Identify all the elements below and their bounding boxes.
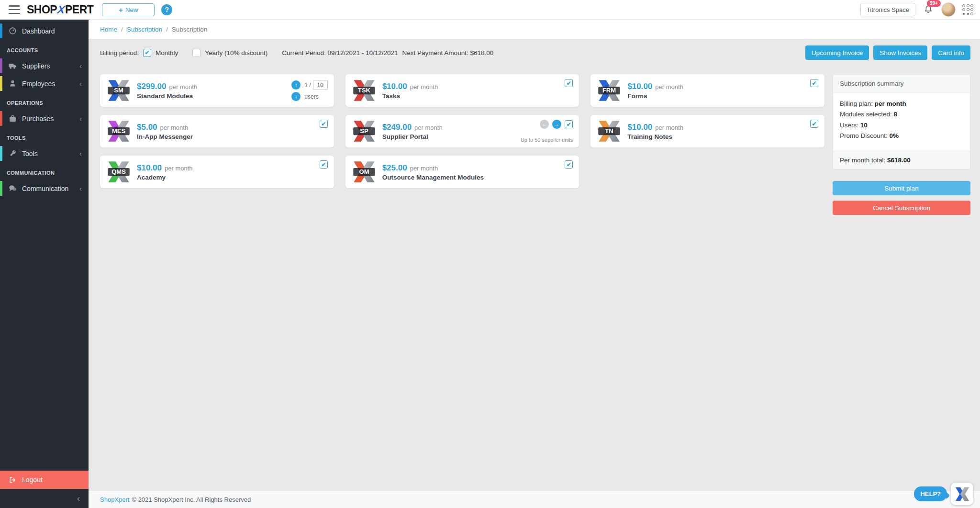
module-checkbox[interactable]: ✔ [565, 160, 573, 169]
hamburger-menu-icon[interactable] [9, 5, 20, 14]
module-period: per month [165, 165, 193, 172]
users-stepper: ↑ 1 / ↓ users [291, 80, 327, 101]
module-checkbox[interactable]: ✔ [565, 79, 573, 87]
card-info-button[interactable]: Card info [932, 45, 970, 60]
workspace-button[interactable]: Titronics Space [860, 3, 915, 16]
module-checkbox[interactable]: ✔ [810, 79, 818, 87]
footer-brand-link[interactable]: ShopXpert [100, 496, 129, 503]
accent-bar [0, 23, 2, 38]
module-name: In-App Messenger [137, 133, 193, 140]
sidebar-item-label: Dashboard [22, 27, 55, 35]
users-unit-label: users [304, 93, 327, 100]
decrease-users-button[interactable]: ↓ [291, 92, 301, 101]
summary-body: Billing plan: per month Modules selected… [833, 93, 970, 151]
module-price: $10.00 [627, 82, 652, 91]
module-period: per month [410, 165, 438, 172]
chat-icon [9, 184, 17, 192]
collapse-chevron-icon: ‹ [77, 494, 80, 504]
sidebar-item-purchases[interactable]: Purchases ‹ [0, 110, 89, 127]
main-area: Home / Subscription / Subscription Billi… [89, 20, 980, 508]
total-value: $618.00 [887, 157, 911, 164]
module-card-forms: FRM $10.00per month Forms ✔ [590, 74, 824, 107]
summary-row-modules: Modules selected: 8 [840, 109, 963, 120]
module-price: $10.00 [137, 163, 162, 173]
module-name: Training Notes [627, 133, 683, 140]
accent-bar [0, 76, 2, 91]
user-avatar[interactable] [941, 2, 956, 17]
dashboard-icon [9, 27, 17, 35]
logo-text-1: SHOP [27, 3, 57, 16]
monthly-checkbox[interactable]: ✔ [143, 49, 151, 57]
svg-text:SM: SM [114, 87, 123, 94]
sidebar-item-communication[interactable]: Communication ‹ [0, 180, 89, 197]
chevron-left-icon: ‹ [79, 79, 82, 88]
sidebar-item-tools[interactable]: Tools ‹ [0, 145, 89, 162]
prev-tier-button[interactable]: ← [540, 120, 549, 129]
module-checkbox[interactable]: ✔ [565, 120, 573, 128]
module-card-tasks: TSK $10.00per month Tasks ✔ [345, 74, 579, 107]
module-period: per month [655, 83, 683, 90]
notifications-button[interactable]: 99+ [922, 3, 935, 16]
module-price: $5.00 [137, 123, 157, 132]
sidebar-item-label: Suppliers [22, 62, 50, 70]
truck-icon [9, 62, 17, 70]
summary-total-row: Per month total: $618.00 [833, 151, 970, 169]
sidebar-item-dashboard[interactable]: Dashboard [0, 22, 89, 40]
monthly-label: Monthly [156, 49, 178, 56]
chat-widget-button[interactable] [951, 483, 973, 505]
check-icon: ✔ [567, 80, 571, 86]
module-period: per month [160, 124, 189, 131]
increase-users-button[interactable]: ↑ [291, 80, 301, 90]
module-name: Outsource Management Modules [382, 174, 484, 181]
subscription-summary-panel: Subscription summary Billing plan: per m… [833, 74, 970, 215]
module-checkbox[interactable]: ✔ [320, 120, 328, 128]
logout-button[interactable]: Logout [0, 471, 89, 489]
new-button[interactable]: +New [102, 3, 155, 16]
module-card-supplier-portal: SP $249.00per month Supplier Portal ← → … [345, 115, 579, 147]
help-bubble-button[interactable]: HELP? [914, 486, 947, 501]
new-button-label: New [125, 6, 138, 13]
show-invoices-button[interactable]: Show Invoices [873, 45, 927, 60]
module-icon: MES [106, 119, 131, 144]
sidebar-item-label: Tools [22, 150, 38, 158]
submit-plan-button[interactable]: Submit plan [833, 181, 970, 195]
sidebar-item-suppliers[interactable]: Suppliers ‹ [0, 57, 89, 75]
next-tier-button[interactable]: → [552, 120, 561, 129]
yearly-checkbox[interactable] [192, 49, 200, 57]
help-icon[interactable]: ? [161, 4, 172, 15]
check-icon: ✔ [321, 162, 326, 168]
sidebar-section-tools: TOOLS [0, 127, 89, 145]
sidebar-item-label: Communication [22, 185, 68, 192]
logo-x-icon: X [56, 3, 66, 16]
module-period: per month [169, 83, 197, 90]
module-price: $249.00 [382, 123, 412, 132]
sidebar-collapse-button[interactable]: ‹ [0, 489, 89, 508]
check-icon: ✔ [812, 80, 816, 86]
module-checkbox[interactable]: ✔ [810, 120, 818, 128]
module-checkbox[interactable]: ✔ [320, 160, 328, 169]
apps-grid-icon[interactable] [962, 4, 973, 15]
users-count-input[interactable] [313, 80, 328, 90]
module-period: per month [410, 83, 438, 90]
upcoming-invoice-button[interactable]: Upcoming Invoice [805, 45, 869, 60]
sidebar-section-accounts: ACCOUNTS [0, 40, 89, 57]
chevron-left-icon: ‹ [79, 114, 82, 123]
module-icon: SP [352, 119, 377, 144]
supplier-units-note: Up to 50 supplier units [521, 137, 573, 143]
module-name: Academy [137, 174, 193, 181]
module-card-standard-modules: SM $299.00per month Standard Modules ↑ 1… [100, 74, 334, 107]
accent-bar [0, 58, 2, 73]
module-icon: SM [106, 78, 131, 103]
breadcrumb-separator: / [121, 26, 123, 33]
check-icon: ✔ [321, 121, 326, 127]
breadcrumb-current: Subscription [172, 26, 207, 33]
app-logo[interactable]: SHOPXPERT [27, 3, 93, 16]
logo-text-2: PERT [65, 3, 93, 16]
breadcrumb-subscription[interactable]: Subscription [127, 26, 162, 33]
cancel-subscription-button[interactable]: Cancel Subscription [833, 201, 970, 215]
module-icon: TN [597, 119, 622, 144]
sidebar-item-employees[interactable]: Employees ‹ [0, 75, 89, 92]
breadcrumb-home[interactable]: Home [100, 26, 117, 33]
module-name: Forms [627, 92, 683, 100]
supplier-portal-controls: ← → ✔ [540, 120, 573, 129]
